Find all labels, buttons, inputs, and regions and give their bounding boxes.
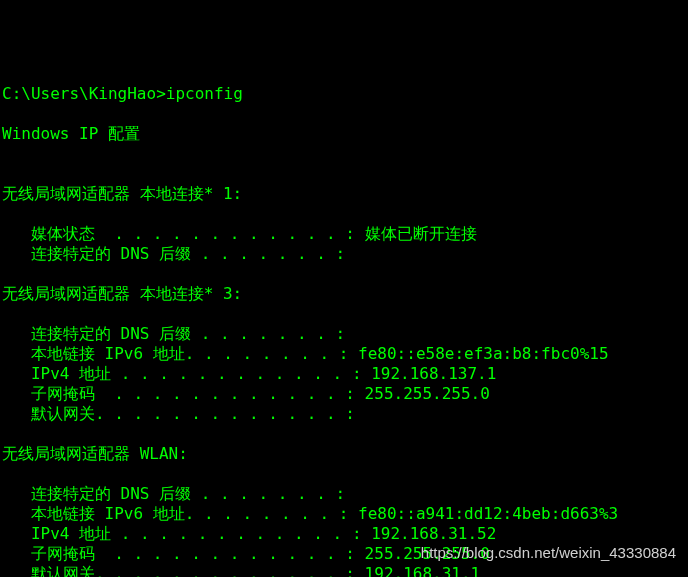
command-text: ipconfig xyxy=(166,84,243,103)
subnet-mask-line: 子网掩码 . . . . . . . . . . . . : 255.255.2… xyxy=(2,384,490,403)
dns-suffix-line: 连接特定的 DNS 后缀 . . . . . . . : xyxy=(2,324,345,343)
ipv4-line: IPv4 地址 . . . . . . . . . . . . : 192.16… xyxy=(2,364,496,383)
watermark-text: https://blog.csdn.net/weixin_43330884 xyxy=(421,544,676,563)
ipv4-line: IPv4 地址 . . . . . . . . . . . . : 192.16… xyxy=(2,524,496,543)
adapter-title: 无线局域网适配器 本地连接* 1: xyxy=(2,184,242,203)
dns-suffix-line: 连接特定的 DNS 后缀 . . . . . . . : xyxy=(2,484,345,503)
ipv6-line: 本地链接 IPv6 地址. . . . . . . . : fe80::e58e… xyxy=(2,344,609,363)
gateway-line: 默认网关. . . . . . . . . . . . . : xyxy=(2,404,355,423)
terminal-output[interactable]: C:\Users\KingHao>ipconfig Windows IP 配置 … xyxy=(2,84,686,577)
adapter-title: 无线局域网适配器 本地连接* 3: xyxy=(2,284,242,303)
prompt-path: C:\Users\KingHao> xyxy=(2,84,166,103)
adapter-title: 无线局域网适配器 WLAN: xyxy=(2,444,188,463)
gateway-line: 默认网关. . . . . . . . . . . . . : 192.168.… xyxy=(2,564,480,577)
ipv6-line: 本地链接 IPv6 地址. . . . . . . . : fe80::a941… xyxy=(2,504,618,523)
dns-suffix-line: 连接特定的 DNS 后缀 . . . . . . . : xyxy=(2,244,345,263)
media-state-line: 媒体状态 . . . . . . . . . . . . : 媒体已断开连接 xyxy=(2,224,477,243)
ipconfig-header: Windows IP 配置 xyxy=(2,124,140,143)
subnet-mask-line: 子网掩码 . . . . . . . . . . . . : 255.255.2… xyxy=(2,544,490,563)
